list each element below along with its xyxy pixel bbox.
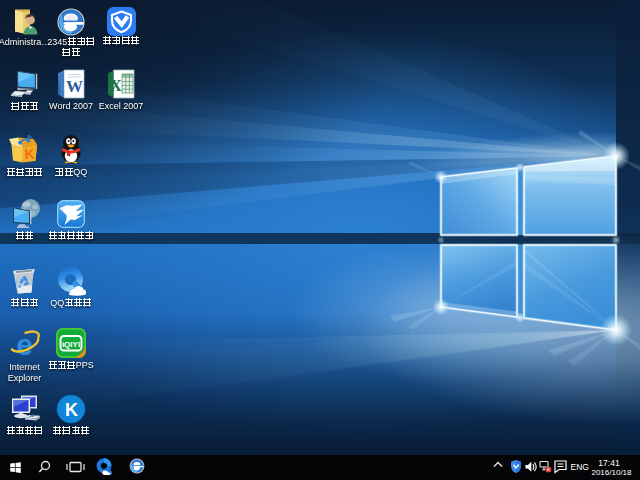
svg-text:iQIYI: iQIYI [62,340,80,349]
svg-text:K: K [65,400,78,420]
svg-text:W: W [66,77,83,96]
svg-text:X: X [110,77,122,94]
svg-text:K: K [24,146,35,163]
